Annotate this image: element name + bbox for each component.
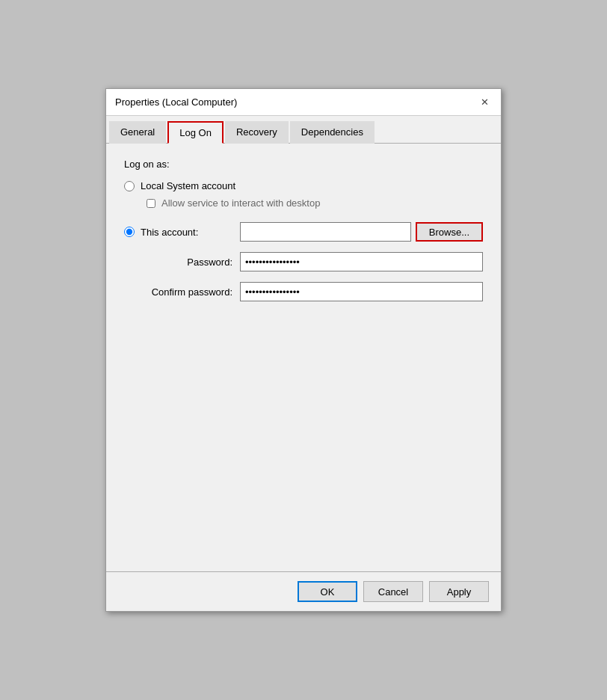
local-system-row: Local System account <box>124 180 483 191</box>
tab-content: Log on as: Local System account Allow se… <box>106 144 501 571</box>
local-system-radio[interactable] <box>124 181 135 191</box>
browse-button[interactable]: Browse... <box>416 222 483 242</box>
tab-bar: General Log On Recovery Dependencies <box>106 116 501 144</box>
tab-dependencies[interactable]: Dependencies <box>290 121 375 144</box>
title-bar: Properties (Local Computer) ✕ <box>106 89 501 116</box>
password-input[interactable] <box>240 252 483 271</box>
tab-general[interactable]: General <box>109 121 166 144</box>
browse-wrapper: Local Service Browse... <box>240 222 483 242</box>
confirm-password-label: Confirm password: <box>124 286 240 298</box>
dialog-window: Properties (Local Computer) ✕ General Lo… <box>105 88 502 612</box>
allow-service-label[interactable]: Allow service to interact with desktop <box>161 197 320 209</box>
this-account-label-group: This account: <box>124 227 240 238</box>
this-account-row: This account: Local Service Browse... <box>124 222 483 242</box>
this-account-label[interactable]: This account: <box>141 227 198 238</box>
tab-recovery[interactable]: Recovery <box>225 121 289 144</box>
allow-service-checkbox[interactable] <box>147 199 155 208</box>
close-icon: ✕ <box>481 96 489 108</box>
confirm-password-row: Confirm password: <box>124 282 483 301</box>
dialog-footer: OK Cancel Apply <box>106 571 501 611</box>
password-row: Password: <box>124 252 483 271</box>
local-system-label[interactable]: Local System account <box>141 180 235 191</box>
logon-as-label: Log on as: <box>124 159 483 170</box>
ok-button[interactable]: OK <box>298 581 357 602</box>
apply-button[interactable]: Apply <box>429 581 489 602</box>
confirm-password-input[interactable] <box>240 282 483 301</box>
tab-logon[interactable]: Log On <box>167 121 224 144</box>
account-input[interactable]: Local Service <box>240 222 411 242</box>
close-button[interactable]: ✕ <box>477 95 492 110</box>
password-label: Password: <box>124 257 240 268</box>
this-account-radio[interactable] <box>124 227 135 237</box>
allow-service-row: Allow service to interact with desktop <box>147 197 483 209</box>
cancel-button[interactable]: Cancel <box>363 581 423 602</box>
dialog-title: Properties (Local Computer) <box>115 96 237 108</box>
